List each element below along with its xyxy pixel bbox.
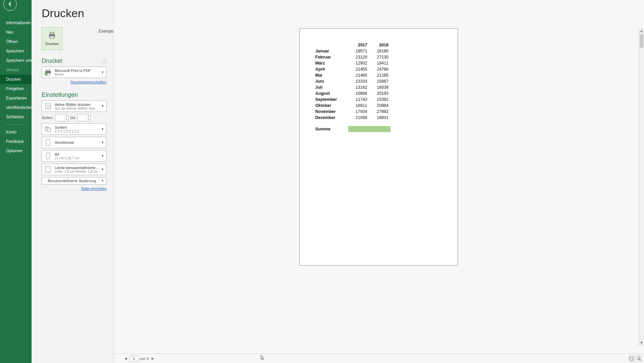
prev-page-button[interactable]: ◀ — [123, 356, 128, 361]
page-to-down[interactable]: ▼ — [87, 118, 90, 121]
table-header: 2018 — [369, 42, 390, 48]
collate-line2: 1;2;3 1;2;3 1;2;3 — [55, 129, 100, 133]
month-cell: Februar — [313, 54, 348, 60]
scaling-select[interactable]: Benutzerdefinierte Skalierung ▼ — [42, 177, 106, 185]
value-cell: 15392 — [369, 96, 390, 103]
margins-line1: Letzte benutzerdefinierte Sei... — [55, 166, 100, 170]
value-cell: 11743 — [348, 96, 369, 103]
value-cell: 21465 — [348, 72, 369, 78]
backstage-sidebar: Informationen Neu Öffnen Speichern Speic… — [0, 0, 32, 363]
orientation-select[interactable]: Hochformat ▼ — [42, 137, 106, 148]
zoom-to-page-button[interactable] — [636, 356, 642, 362]
page-from-spinner[interactable]: ▲▼ — [55, 114, 68, 121]
sidebar-item-oeffnen[interactable]: Öffnen — [0, 37, 32, 46]
value-cell: 25193 — [369, 90, 390, 96]
sidebar-item-konto[interactable]: Konto — [0, 127, 32, 137]
collate-line1: Sortiert — [55, 125, 100, 129]
table-header — [313, 42, 348, 48]
page-to-spinner[interactable]: ▲▼ — [77, 114, 91, 121]
sidebar-item-exportieren[interactable]: Exportieren — [0, 93, 32, 103]
settings-section-title: Einstellungen — [42, 91, 78, 98]
value-cell: 21265 — [369, 72, 390, 78]
value-cell: 27892 — [369, 109, 390, 115]
print-button-label: Drucken — [45, 42, 59, 46]
value-cell: 20984 — [369, 103, 390, 109]
month-cell: Oktober — [313, 103, 348, 109]
printer-name: Microsoft Print to PDF — [55, 69, 100, 73]
chevron-down-icon: ▼ — [101, 154, 104, 158]
sidebar-item-speichern[interactable]: Speichern — [0, 46, 32, 56]
month-cell: Juni — [313, 78, 348, 84]
sidebar-item-optionen[interactable]: Optionen — [0, 146, 32, 156]
value-cell: 15867 — [369, 78, 390, 84]
paper-size-select[interactable]: A4 21 cm x 29,7 cm ▼ — [42, 150, 106, 162]
value-cell: 21058 — [348, 115, 369, 121]
month-cell: November — [313, 109, 348, 115]
month-cell: August — [313, 90, 348, 96]
page-from-down[interactable]: ▼ — [64, 118, 68, 121]
table-row: Februar 23120 27130 — [313, 54, 390, 60]
scroll-up-icon[interactable]: ▲ — [639, 28, 644, 34]
printer-device-icon — [44, 68, 52, 76]
scroll-down-icon[interactable]: ▼ — [639, 340, 644, 346]
printer-section-title: Drucker — [42, 57, 63, 65]
month-cell: April — [313, 66, 348, 72]
table-row: September 11743 15392 — [313, 96, 390, 103]
page-setup-link[interactable]: Seite einrichten — [42, 187, 106, 191]
pages-label: Seiten: — [42, 116, 53, 120]
value-cell: 13162 — [348, 84, 369, 90]
print-what-select[interactable]: Aktive Blätter drucken Nur die aktiven B… — [42, 100, 106, 112]
sidebar-item-feedback[interactable]: Feedback — [0, 137, 32, 146]
svg-rect-5 — [46, 70, 50, 71]
page-to-up[interactable]: ▲ — [87, 114, 90, 118]
value-cell: 24790 — [369, 66, 390, 72]
sum-label: Summe — [313, 126, 348, 132]
page-from-input[interactable] — [55, 114, 64, 121]
preview-footer-bar: ◀ von 3 ▶ — [113, 354, 644, 363]
table-row: Juli 13162 18039 — [313, 84, 390, 90]
scroll-thumb[interactable] — [640, 34, 643, 48]
current-page-input[interactable] — [130, 356, 138, 362]
page-of-label: von 3 — [140, 357, 149, 361]
table-row: November 17934 27892 — [313, 109, 390, 115]
orientation-icon — [44, 138, 52, 147]
sidebar-item-schliessen[interactable]: Schließen — [0, 112, 32, 122]
value-cell: 23120 — [348, 54, 369, 60]
print-settings-panel: Drucken Drucken Exemplare: ▲▼ Druck — [32, 0, 113, 363]
preview-vertical-scrollbar[interactable]: ▲ ▼ — [639, 28, 644, 346]
sidebar-item-neu[interactable]: Neu — [0, 28, 32, 37]
print-button[interactable]: Drucken — [42, 27, 62, 50]
sum-cell-2017 — [348, 126, 369, 132]
print-what-line1: Aktive Blätter drucken — [55, 103, 100, 107]
sidebar-item-freigeben[interactable]: Freigeben — [0, 84, 32, 93]
collate-select[interactable]: Sortiert 1;2;3 1;2;3 1;2;3 ▼ — [42, 123, 106, 135]
sidebar-item-speichern-unter[interactable]: Speichern unter — [0, 56, 32, 65]
sidebar-item-informationen[interactable]: Informationen — [0, 18, 32, 28]
svg-line-26 — [640, 360, 641, 361]
sum-cell-2018 — [369, 126, 390, 132]
month-cell: September — [313, 96, 348, 103]
sidebar-item-veroeffentlichen[interactable]: Veröffentlichen — [0, 103, 32, 112]
margins-select[interactable]: Letzte benutzerdefinierte Sei... Links: … — [42, 164, 106, 175]
show-margins-button[interactable] — [629, 356, 635, 362]
value-cell: 16611 — [348, 103, 369, 109]
svg-rect-9 — [45, 104, 51, 109]
value-cell: 17934 — [348, 109, 369, 115]
printer-info-icon[interactable]: i — [102, 59, 106, 64]
page-title: Drucken — [42, 7, 106, 20]
svg-rect-17 — [46, 139, 50, 146]
page-to-input[interactable] — [78, 114, 86, 121]
printer-select[interactable]: Microsoft Print to PDF Bereit ▼ — [42, 67, 106, 78]
value-cell: 18039 — [369, 84, 390, 90]
svg-rect-16 — [48, 128, 50, 132]
sidebar-item-drucken[interactable]: Drucken — [0, 75, 32, 84]
printer-properties-link[interactable]: Druckereigenschaften — [42, 80, 106, 84]
value-cell: 12932 — [348, 60, 369, 66]
print-what-line2: Nur die aktiven Blätter druc... — [55, 107, 100, 110]
svg-rect-2 — [50, 36, 54, 39]
next-page-button[interactable]: ▶ — [150, 356, 155, 361]
chevron-down-icon: ▼ — [101, 127, 104, 131]
arrow-left-icon — [7, 1, 13, 7]
back-button[interactable] — [3, 0, 17, 11]
page-from-up[interactable]: ▲ — [64, 114, 68, 118]
